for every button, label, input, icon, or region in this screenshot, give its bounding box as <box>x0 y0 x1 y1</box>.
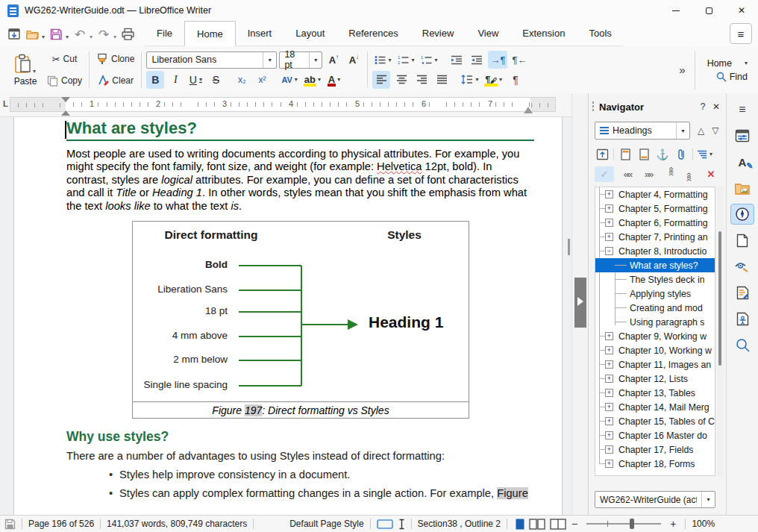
multi-page-view-icon[interactable] <box>529 519 545 530</box>
tree-item-applying-styles[interactable]: Applying styles <box>595 287 715 301</box>
tree-item-chapter-5[interactable]: +Chapter 5, Formatting <box>595 201 715 216</box>
rtl-paragraph-button[interactable]: ¶← <box>510 51 529 69</box>
outline-list-button[interactable]: 1 <box>419 51 439 69</box>
print-icon[interactable] <box>119 26 136 43</box>
tab-home[interactable]: Home <box>184 21 236 46</box>
anchor-icon[interactable]: ⚓ <box>655 146 670 162</box>
document-select[interactable]: WG262-WriterGuide (active)▾ <box>595 491 715 508</box>
document-view[interactable]: What are styles? Most people are used to… <box>0 117 571 515</box>
close-panel-button[interactable]: ✕ <box>710 101 723 112</box>
decrease-indent-button[interactable] <box>468 51 486 69</box>
close-button[interactable]: ✕ <box>725 0 758 21</box>
ordered-list-button[interactable]: 12 <box>395 51 416 69</box>
font-name-select[interactable]: Liberation Sans▾ <box>146 51 277 69</box>
scrollbar-thumb[interactable] <box>574 278 586 328</box>
expand-plus-icon[interactable]: + <box>605 332 613 340</box>
align-right-button[interactable] <box>413 71 430 89</box>
tree-scrollbar[interactable] <box>717 187 723 476</box>
increase-font-size-button[interactable]: A↑ <box>325 51 342 69</box>
expand-plus-icon[interactable]: + <box>605 445 613 454</box>
tree-item-chapter-17[interactable]: +Chapter 17, Fields <box>595 442 715 457</box>
tree-item-chapter-7[interactable]: +Chapter 7, Printing an <box>595 230 715 244</box>
zoom-level-status[interactable]: 100% <box>692 519 715 529</box>
drag-grip-icon[interactable] <box>592 101 595 113</box>
strikethrough-button[interactable]: S <box>207 71 225 89</box>
undo-icon[interactable]: ↶ <box>72 26 88 43</box>
accessibility-check-icon[interactable] <box>730 308 754 329</box>
word-count-status[interactable]: 141,037 words, 809,749 characters <box>107 519 247 529</box>
tree-item-chapter-9[interactable]: +Chapter 9, Working w <box>595 329 715 343</box>
superscript-button[interactable]: x² <box>253 71 271 89</box>
bold-button[interactable]: B <box>146 71 164 89</box>
zoom-in-button[interactable]: + <box>667 518 679 530</box>
sidebar-menu-icon[interactable]: ≡ <box>730 99 754 120</box>
character-spacing-button[interactable]: AV <box>279 71 299 89</box>
save-dropdown-icon[interactable]: ▾ <box>66 34 69 40</box>
page-deck-icon[interactable] <box>730 230 754 251</box>
menubar-toggle-button[interactable]: ≡ <box>730 23 752 44</box>
reminder-paperclip-icon[interactable] <box>674 146 689 162</box>
tree-item-chapter-4[interactable]: +Chapter 4, Formatting <box>595 187 715 201</box>
book-view-icon[interactable] <box>550 519 566 530</box>
tree-item-chapter-13[interactable]: +Chapter 13, Tables <box>595 386 715 400</box>
expand-plus-icon[interactable]: + <box>605 460 613 468</box>
figure-frame[interactable]: Direct formatting Styles Bold Liberation… <box>132 221 469 419</box>
help-button[interactable]: ? <box>696 101 710 112</box>
decrease-font-size-button[interactable]: A↓ <box>345 51 363 69</box>
zoom-slider-thumb[interactable] <box>630 519 634 529</box>
ltr-paragraph-button[interactable]: →¶ <box>488 51 507 69</box>
single-page-view-icon[interactable] <box>516 519 524 530</box>
open-file-icon[interactable] <box>24 26 40 43</box>
redo-icon[interactable]: ↷ <box>95 26 112 43</box>
highlight-color-button[interactable]: ab <box>302 71 323 89</box>
chevron-down-icon[interactable]: ▾ <box>701 492 715 507</box>
expand-plus-icon[interactable]: + <box>605 346 613 354</box>
footer-icon[interactable] <box>636 146 651 162</box>
properties-deck-icon[interactable] <box>730 125 754 146</box>
tree-item-chapter-6[interactable]: +Chapter 6, Formatting <box>595 216 715 230</box>
new-document-icon[interactable] <box>6 26 22 43</box>
tree-scrollbar-thumb[interactable] <box>718 231 721 366</box>
save-icon[interactable] <box>48 26 64 43</box>
content-type-select[interactable]: Headings▾ <box>595 122 690 140</box>
styles-deck-icon[interactable]: A <box>730 151 754 172</box>
section-outline-status[interactable]: Section38 , Outline 2 <box>418 519 501 529</box>
minimize-button[interactable] <box>660 0 692 21</box>
font-size-select[interactable]: 18 pt▾ <box>279 51 322 69</box>
delete-heading-button[interactable]: ✕ <box>704 166 718 182</box>
undo-dropdown-icon[interactable]: ▾ <box>90 34 93 40</box>
tab-layout[interactable]: Layout <box>284 21 336 46</box>
page-count-status[interactable]: Page 196 of 526 <box>28 519 94 529</box>
demote-chapter-button[interactable]: »» <box>641 166 656 182</box>
tab-insert[interactable]: Insert <box>236 21 284 46</box>
subscript-button[interactable]: x₂ <box>233 71 251 89</box>
tree-item-chapter-8[interactable]: −Chapter 8, Introductio <box>595 244 715 258</box>
save-status-icon[interactable] <box>4 519 16 530</box>
tree-item-chapter-15[interactable]: +Chapter 15, Tables of C <box>595 414 715 428</box>
tree-item-chapter-12[interactable]: +Chapter 12, Lists <box>595 372 715 386</box>
navigator-deck-icon[interactable] <box>730 204 754 225</box>
cut-button[interactable]: ✂Cut <box>45 50 84 68</box>
find-button[interactable]: Find <box>707 72 748 82</box>
tree-item-chapter-10[interactable]: +Chapter 10, Working w <box>595 343 715 357</box>
align-center-button[interactable] <box>392 71 410 89</box>
expand-plus-icon[interactable]: + <box>605 375 613 383</box>
header-icon[interactable] <box>618 146 633 162</box>
gallery-deck-icon[interactable] <box>730 178 754 198</box>
paste-dropdown-icon[interactable]: ▾ <box>33 68 36 75</box>
tree-item-chapter-18[interactable]: +Chapter 18, Forms <box>595 457 715 471</box>
italic-button[interactable]: I <box>166 71 184 89</box>
expand-plus-icon[interactable]: + <box>605 204 613 213</box>
toggle-master-view-icon[interactable] <box>595 146 610 162</box>
left-indent-marker[interactable] <box>61 106 70 116</box>
maximize-button[interactable] <box>692 0 725 21</box>
tab-view[interactable]: View <box>466 21 510 46</box>
document-page[interactable]: What are styles? Most people are used to… <box>13 117 563 515</box>
formatting-marks-button[interactable]: ¶ <box>507 71 524 89</box>
selection-mode-icon[interactable] <box>377 519 405 530</box>
increase-indent-button[interactable] <box>448 51 466 69</box>
paste-button[interactable]: ▾ Paste <box>6 54 45 87</box>
promote-level-button[interactable]: «« <box>662 167 677 182</box>
justify-button[interactable] <box>433 71 451 89</box>
right-indent-marker[interactable] <box>524 102 533 113</box>
